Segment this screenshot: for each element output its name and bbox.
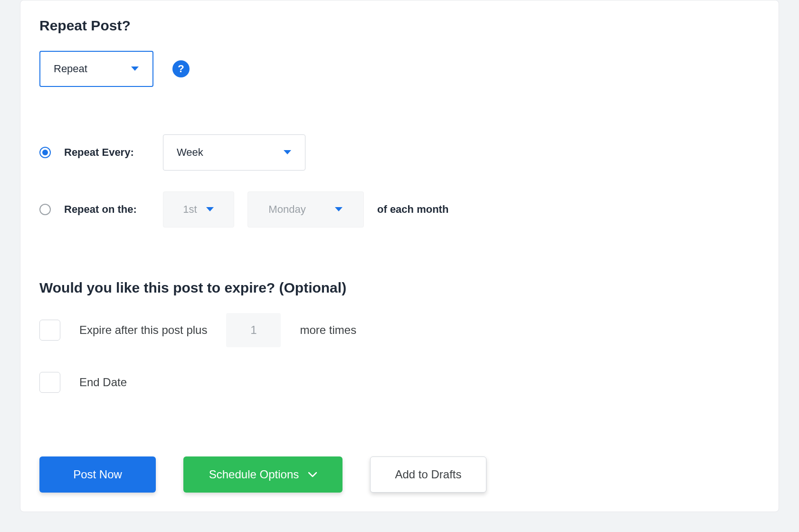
repeat-heading: Repeat Post?	[39, 18, 760, 34]
chevron-down-icon	[131, 66, 139, 72]
expire-after-row: Expire after this post plus more times	[39, 313, 760, 347]
repeat-every-value: Week	[177, 146, 203, 159]
expire-after-checkbox[interactable]	[39, 320, 60, 341]
repeat-on-the-radio[interactable]	[39, 204, 51, 215]
expire-after-label-after: more times	[300, 323, 356, 337]
repeat-day-select[interactable]: Monday	[247, 191, 364, 228]
chevron-down-icon	[283, 150, 292, 155]
repeat-ordinal-select[interactable]: 1st	[163, 191, 234, 228]
action-buttons: Post Now Schedule Options Add to Drafts	[39, 456, 486, 493]
end-date-row: End Date	[39, 372, 760, 393]
end-date-label: End Date	[79, 376, 127, 389]
chevron-down-icon	[206, 207, 214, 212]
help-icon[interactable]: ?	[172, 60, 190, 77]
repeat-on-the-trailing: of each month	[377, 203, 448, 216]
expire-heading: Would you like this post to expire? (Opt…	[39, 280, 760, 296]
expire-count-input[interactable]	[226, 313, 281, 347]
repeat-ordinal-value: 1st	[183, 203, 197, 216]
repeat-on-the-row: Repeat on the: 1st Monday of each month	[39, 191, 760, 228]
repeat-every-row: Repeat Every: Week	[39, 134, 760, 171]
repeat-day-value: Monday	[268, 203, 305, 216]
add-to-drafts-button[interactable]: Add to Drafts	[370, 456, 486, 493]
repeat-every-radio[interactable]	[39, 147, 51, 158]
repeat-every-select[interactable]: Week	[163, 134, 305, 171]
repeat-select-row: Repeat ?	[39, 51, 760, 87]
expire-after-label-before: Expire after this post plus	[79, 323, 207, 337]
schedule-options-button[interactable]: Schedule Options	[183, 456, 342, 493]
repeat-on-the-label: Repeat on the:	[64, 203, 150, 216]
post-now-button[interactable]: Post Now	[39, 456, 156, 493]
post-settings-card: Repeat Post? Repeat ? Repeat Every: Week	[20, 0, 779, 512]
chevron-down-icon	[334, 207, 343, 212]
chevron-down-icon	[308, 472, 317, 477]
repeat-select-value: Repeat	[54, 63, 87, 75]
repeat-select[interactable]: Repeat	[39, 51, 153, 87]
repeat-every-label: Repeat Every:	[64, 146, 150, 159]
end-date-checkbox[interactable]	[39, 372, 60, 393]
